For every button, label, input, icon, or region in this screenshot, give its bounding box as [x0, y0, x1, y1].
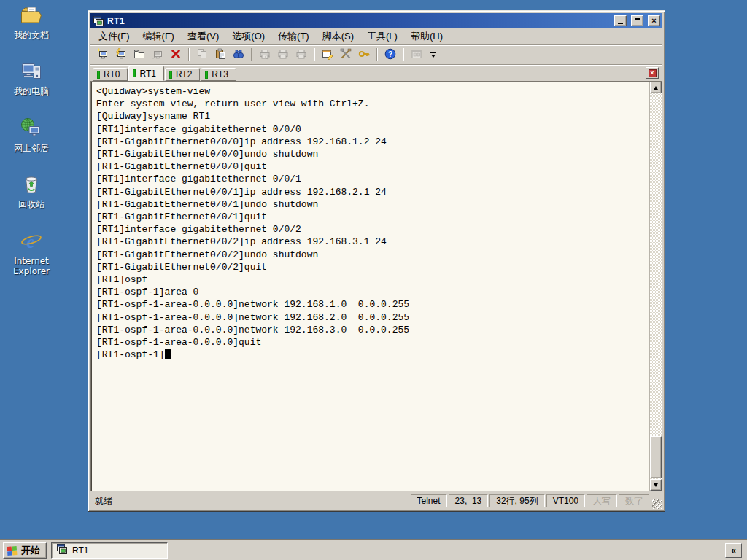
quick-connect-icon: [115, 48, 127, 62]
desktop-icon-internet-explorer[interactable]: eInternet Explorer: [4, 230, 58, 277]
desktop-icon-my-computer[interactable]: 我的电脑: [4, 60, 58, 96]
chevron-down-icon: [431, 55, 436, 58]
task-label: RT1: [72, 545, 88, 556]
desktop-icon-recycle-bin[interactable]: 回收站: [4, 173, 58, 209]
tab-rt1[interactable]: RT1: [128, 66, 163, 81]
scrollbar-thumb[interactable]: [650, 436, 662, 478]
terminal-cursor: [165, 349, 171, 359]
scroll-up-button[interactable]: [650, 82, 662, 93]
connect-in-tab-button[interactable]: [131, 47, 148, 63]
window-titlebar[interactable]: RT1 ×: [90, 13, 662, 28]
close-session-icon: ×: [649, 69, 657, 77]
terminal-line: [RT1-GigabitEthernet0/0/1]undo shutdown: [96, 198, 648, 211]
terminal-window: RT1 × 文件(F)编辑(E)查看(V)选项(O)传输(T)脚本(S)工具(L…: [88, 10, 665, 512]
terminal-screen[interactable]: <Quidway>system-viewEnter system view, r…: [91, 82, 649, 491]
terminal-line: [RT1-ospf-1-area-0.0.0.0]network 192.168…: [96, 298, 648, 311]
connect-icon: [97, 48, 109, 62]
maximize-icon: [635, 18, 640, 23]
keymap-button[interactable]: [355, 47, 373, 63]
print-selection-button: [274, 47, 292, 63]
status-caps-lock: 大写: [587, 494, 617, 508]
terminal-area: <Quidway>system-viewEnter system view, r…: [90, 81, 662, 491]
window-title: RT1: [107, 16, 610, 26]
close-icon: ×: [651, 17, 656, 25]
terminal-line: [RT1-GigabitEthernet0/0/0]ip address 192…: [96, 136, 648, 148]
terminal-line: [RT1-GigabitEthernet0/0/0]undo shutdown: [96, 148, 648, 160]
print-selection-icon: [277, 48, 289, 62]
disconnect-button[interactable]: [167, 47, 185, 63]
status-protocol: Telnet: [411, 494, 447, 508]
maximize-button[interactable]: [631, 15, 643, 26]
window-resize-grip[interactable]: [652, 499, 662, 509]
menu-options[interactable]: 选项(O): [226, 28, 271, 44]
menu-script[interactable]: 脚本(S): [317, 28, 360, 44]
paste-button[interactable]: [212, 47, 229, 63]
terminal-line: [RT1-ospf-1-area-0.0.0.0]network 192.168…: [96, 324, 648, 336]
windows-logo-icon: [7, 545, 18, 556]
menu-help[interactable]: 帮助(H): [405, 28, 449, 44]
menu-file[interactable]: 文件(F): [93, 28, 136, 44]
terminal-line: [RT1-ospf-1-area-0.0.0.0]network 192.168…: [96, 311, 648, 324]
toolbar-separator: [188, 48, 190, 61]
connect-in-tab-icon: [133, 48, 145, 62]
desktop-icon-label: 回收站: [18, 199, 44, 209]
connected-indicator-icon: [205, 71, 208, 79]
session-options-icon: [322, 48, 333, 62]
svg-text:?: ?: [388, 50, 392, 58]
find-icon: [233, 48, 244, 62]
connected-indicator-icon: [133, 69, 136, 77]
taskbar-task-rt1[interactable]: RT1: [51, 542, 168, 559]
terminal-line: [RT1-GigabitEthernet0/0/2]undo shutdown: [96, 249, 648, 261]
help-button[interactable]: ?: [382, 47, 399, 63]
terminal-line: [RT1-ospf-1]area 0: [96, 286, 648, 298]
tab-rt0[interactable]: RT0: [93, 68, 128, 81]
menu-edit[interactable]: 编辑(E): [137, 28, 180, 44]
taskbar: 开始 RT1 «: [0, 540, 747, 560]
tab-label: RT0: [104, 69, 120, 79]
status-emulation: VT100: [546, 494, 585, 508]
status-panel-group: Telnet23, 1332行, 95列VT100大写数字: [411, 494, 649, 508]
menu-bar: 文件(F)编辑(E)查看(V)选项(O)传输(T)脚本(S)工具(L)帮助(H): [90, 28, 662, 44]
menu-transfer[interactable]: 传输(T): [272, 28, 315, 44]
desktop-icon-my-documents[interactable]: 我的文档: [4, 4, 58, 40]
tab-rt2[interactable]: RT2: [165, 68, 200, 81]
tab-label: RT2: [176, 69, 192, 79]
session-options-button[interactable]: [319, 47, 336, 63]
scrollbar-track[interactable]: [650, 93, 662, 479]
desktop-icon-list: 我的文档我的电脑网上邻居回收站eInternet Explorer: [4, 4, 58, 276]
print-icon: [295, 48, 307, 62]
svg-text:e: e: [26, 231, 35, 252]
network-places-icon: [20, 117, 43, 140]
session-manager-icon: [411, 48, 422, 62]
tab-label: RT3: [212, 69, 228, 79]
close-button[interactable]: ×: [648, 15, 660, 26]
scroll-down-button[interactable]: [650, 479, 662, 491]
app-icon[interactable]: [93, 15, 104, 27]
print-preview-button: [256, 47, 274, 63]
start-button[interactable]: 开始: [3, 542, 47, 559]
connect-button[interactable]: [94, 47, 112, 63]
terminal-line: <Quidway>system-view: [96, 85, 648, 98]
global-options-button[interactable]: [337, 47, 355, 63]
disconnect-icon: [170, 48, 182, 62]
menu-tools[interactable]: 工具(L): [361, 28, 403, 44]
toolbar-overflow-button[interactable]: [428, 47, 438, 62]
connected-indicator-icon: [97, 71, 100, 79]
toolbar-separator: [251, 48, 252, 61]
menu-view[interactable]: 查看(V): [182, 28, 225, 44]
status-cursor-position: 23, 13: [449, 494, 489, 508]
desktop-icon-network-places[interactable]: 网上邻居: [4, 117, 58, 153]
print-preview-icon: [259, 48, 271, 62]
minimize-button[interactable]: [614, 15, 627, 26]
terminal-scrollbar[interactable]: [649, 82, 662, 491]
paste-icon: [214, 48, 226, 62]
tray-collapse-button[interactable]: «: [725, 543, 742, 558]
terminal-line: [RT1-ospf-1-area-0.0.0.0]quit: [96, 336, 648, 349]
tab-rt3[interactable]: RT3: [201, 68, 236, 81]
close-session-button[interactable]: ×: [646, 67, 659, 79]
find-button[interactable]: [230, 47, 247, 63]
quick-connect-button[interactable]: [112, 47, 130, 63]
terminal-line: [RT1]interface gigabitethernet 0/0/2: [96, 223, 648, 236]
my-documents-icon: [20, 4, 43, 27]
copy-icon: [196, 48, 208, 62]
